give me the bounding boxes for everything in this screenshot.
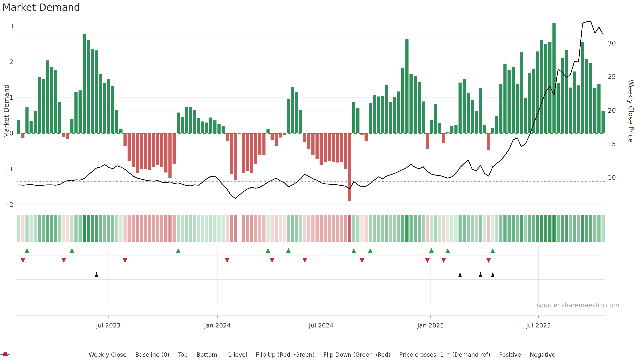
- legend-item-label: -1 level: [226, 351, 247, 358]
- weekly-close-line: [19, 21, 603, 198]
- demand-bar-positive: [180, 117, 184, 133]
- demand-bar-positive: [99, 73, 102, 133]
- legend-item-label: Bottom: [196, 351, 217, 358]
- heatmap-cell: [360, 215, 364, 242]
- demand-bar-positive: [528, 73, 531, 133]
- heatmap-cell: [536, 215, 539, 242]
- demand-bar-positive: [524, 98, 527, 133]
- heatmap-cell: [479, 215, 482, 242]
- heatmap-cell: [593, 215, 596, 242]
- heatmap-cell: [266, 215, 270, 242]
- demand-bar-negative: [234, 133, 237, 180]
- demand-bar-positive: [107, 79, 110, 133]
- heatmap-cell: [78, 215, 82, 242]
- demand-bar-positive: [458, 83, 462, 133]
- demand-bar-positive: [50, 67, 53, 133]
- flip-up-marker: [368, 248, 372, 253]
- demand-bar-positive: [397, 91, 400, 133]
- demand-bar-positive: [561, 58, 564, 133]
- legend-item-label: Flip Up (Red→Green): [256, 351, 315, 358]
- heatmap-cell: [458, 215, 462, 242]
- demand-bar-positive: [385, 85, 388, 133]
- demand-bar-positive: [373, 95, 376, 133]
- heatmap-cell: [213, 215, 216, 242]
- demand-bar-positive: [405, 39, 408, 133]
- heatmap-cell: [136, 215, 139, 242]
- heatmap-cell: [26, 215, 29, 242]
- demand-bar-negative: [144, 133, 147, 169]
- demand-bar-negative: [250, 133, 254, 173]
- demand-bar-positive: [393, 97, 396, 133]
- heatmap-cell: [242, 215, 245, 242]
- demand-bar-positive: [222, 126, 225, 133]
- demand-bar-positive: [38, 77, 41, 133]
- demand-bar-positive: [434, 104, 437, 133]
- demand-bar-negative: [136, 133, 139, 173]
- demand-bar-positive: [368, 103, 372, 133]
- heatmap-cell: [344, 215, 347, 242]
- legend-item-circle-red: Negative: [530, 351, 556, 358]
- demand-bar-positive: [111, 86, 114, 133]
- heatmap-cell: [418, 215, 421, 242]
- demand-bar-positive: [410, 74, 413, 133]
- demand-bar-negative: [168, 133, 172, 178]
- heatmap-cell: [565, 215, 568, 242]
- demand-bar-positive: [598, 84, 600, 133]
- demand-bar-negative: [140, 133, 143, 169]
- demand-bar-positive: [512, 67, 515, 133]
- heatmap-cell: [544, 215, 548, 242]
- heatmap-cell: [144, 215, 147, 242]
- legend-item-dash-blue: Baseline (0): [135, 351, 170, 358]
- heatmap-cell: [287, 215, 290, 242]
- demand-bar-negative: [66, 133, 70, 139]
- heatmap-cell: [152, 215, 155, 242]
- heatmap-cell: [230, 215, 233, 242]
- flip-down-marker: [486, 258, 491, 263]
- heatmap-cell: [107, 215, 110, 242]
- flip-up-marker: [25, 248, 29, 253]
- heatmap-cell: [156, 215, 159, 242]
- heatmap-cell: [552, 215, 556, 242]
- heatmap-cell: [328, 215, 331, 242]
- heatmap-cell: [46, 215, 49, 242]
- heatmap-cell: [62, 215, 66, 242]
- demand-bar-positive: [87, 40, 90, 133]
- heatmap-cell: [495, 215, 498, 242]
- demand-bar-negative: [270, 133, 274, 140]
- heatmap-cell: [483, 215, 486, 242]
- demand-bar-negative: [226, 133, 229, 141]
- heatmap-cell: [381, 215, 384, 242]
- demand-bar-positive: [185, 107, 188, 133]
- demand-bar-positive: [201, 121, 204, 133]
- demand-bar-positive: [58, 102, 62, 133]
- heatmap-cell: [168, 215, 172, 242]
- flip-down-marker: [302, 258, 307, 263]
- heatmap-cell: [42, 215, 45, 242]
- demand-bar-positive: [54, 70, 57, 133]
- flip-down-marker: [21, 258, 25, 263]
- demand-bar-positive: [78, 90, 82, 133]
- heatmap-cell: [185, 215, 188, 242]
- left-axis-tick-label: 1: [10, 94, 14, 101]
- legend-item-label: Price crosses -1 ↑ (Demand ref): [399, 351, 490, 358]
- demand-bar-positive: [602, 111, 605, 133]
- heatmap-cell: [508, 215, 511, 242]
- demand-bar-negative: [340, 133, 343, 162]
- heatmap-cell: [556, 215, 560, 242]
- heatmap-cell: [430, 215, 433, 242]
- demand-bar-negative: [275, 133, 278, 146]
- heatmap-cell: [295, 215, 298, 242]
- demand-bar-positive: [556, 83, 560, 133]
- heatmap-cell: [467, 215, 470, 242]
- right-axis-tick-label: 15: [608, 140, 616, 148]
- demand-bar-negative: [128, 133, 131, 161]
- heatmap-cell: [116, 215, 118, 242]
- right-axis-tick-label: 20: [608, 107, 616, 114]
- demand-bar-negative: [172, 133, 176, 164]
- demand-bar-negative: [316, 133, 319, 159]
- heatmap-cell: [308, 215, 310, 242]
- demand-bar-negative: [262, 133, 266, 155]
- demand-bar-positive: [266, 129, 270, 133]
- heatmap-cell: [471, 215, 474, 242]
- heatmap-cell: [30, 215, 33, 242]
